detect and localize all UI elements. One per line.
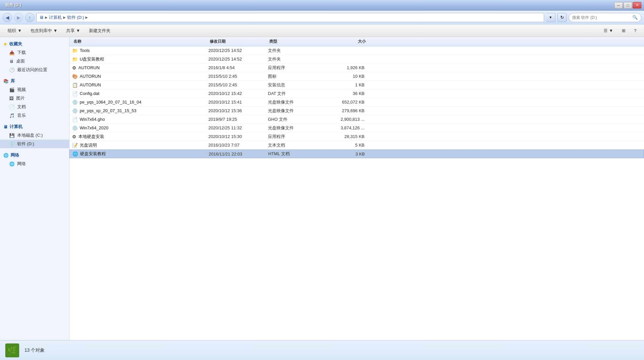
include-button[interactable]: 包含到库中 ▼ [27, 26, 61, 36]
titlebar-controls: ─ □ ✕ [614, 2, 641, 9]
forward-button[interactable]: ▶ [14, 13, 23, 22]
search-input[interactable] [572, 15, 631, 20]
library-header[interactable]: 📚 库 [0, 77, 69, 85]
col-name-header[interactable]: 名称 [71, 39, 210, 44]
file-type-cell: 光盘映像文件 [268, 99, 321, 105]
computer-header[interactable]: 🖥 计算机 [0, 122, 69, 131]
table-row[interactable]: 💿 Win7x64_2020 2020/12/25 11:32 光盘映像文件 3… [69, 124, 644, 132]
statusbar: 🌿 13 个对象 [0, 340, 644, 360]
table-row[interactable]: 🎨 AUTORUN 2015/5/10 2:45 图标 10 KB [69, 72, 644, 81]
sidebar-item-picture[interactable]: 🖼 图片 [0, 94, 69, 103]
path-drive[interactable]: 软件 (D:) [67, 15, 84, 21]
file-date-cell: 2020/10/12 15:30 [208, 134, 268, 139]
file-type-cell: 图标 [268, 73, 321, 79]
file-date-cell: 2016/10/23 7:07 [208, 143, 268, 148]
address-dropdown[interactable]: ▼ [546, 13, 555, 22]
table-row[interactable]: 📁 U盘安装教程 2020/12/25 14:52 文件夹 [69, 55, 644, 64]
file-name-cell: 📁 U盘安装教程 [69, 56, 208, 62]
refresh-button[interactable]: ↻ [557, 13, 567, 22]
toolbar: 组织 ▼ 包含到库中 ▼ 共享 ▼ 新建文件夹 ☰ ▼ ⊞ ? [0, 24, 644, 37]
table-row[interactable]: 💿 pe_yqs_1064_20_07_31_16_04 2020/10/12 … [69, 98, 644, 107]
table-row[interactable]: 📄 Win7x64.gho 2019/9/7 19:25 GHO 文件 2,90… [69, 115, 644, 124]
file-icon: 📄 [72, 117, 78, 122]
computer-section: 🖥 计算机 💾 本地磁盘 (C:) 💿 软件 (D:) [0, 122, 69, 148]
back-button[interactable]: ◀ [3, 13, 12, 22]
file-date-cell: 2016/11/21 22:03 [209, 152, 268, 157]
file-icon: ⚙ [72, 134, 76, 139]
status-icon-glyph: 🌿 [7, 346, 17, 355]
table-row[interactable]: 📋 AUTORUN 2015/5/10 2:45 安装信息 1 KB [69, 81, 644, 89]
file-type-cell: HTML 文档 [268, 151, 321, 157]
table-row[interactable]: ⚙ 本地硬盘安装 2020/10/12 15:30 应用程序 28,315 KB [69, 132, 644, 141]
view-button[interactable]: ☰ ▼ [600, 26, 617, 36]
sidebar-item-music[interactable]: 🎵 音乐 [0, 111, 69, 120]
file-name-cell: 💿 Win7x64_2020 [69, 125, 208, 131]
table-row[interactable]: 📄 Config.dat 2020/10/12 15:42 DAT 文件 36 … [69, 89, 644, 98]
status-icon: 🌿 [5, 343, 19, 357]
table-row[interactable]: 📁 Tools 2020/12/25 14:52 文件夹 [69, 46, 644, 55]
file-icon: 📁 [72, 57, 78, 62]
favorites-header[interactable]: ★ 收藏夹 [0, 40, 69, 48]
network-header[interactable]: 🌐 网络 [0, 151, 69, 159]
sidebar: ★ 收藏夹 📥 下载 🖥 桌面 🕐 最近访问的位置 📚 库 [0, 37, 69, 340]
organize-dropdown-icon: ▼ [18, 28, 22, 33]
file-size-cell: 36 KB [321, 91, 367, 96]
new-folder-button[interactable]: 新建文件夹 [85, 26, 114, 36]
sidebar-item-recent[interactable]: 🕐 最近访问的位置 [0, 66, 69, 74]
library-icon: 📚 [3, 79, 9, 84]
sidebar-item-cdrive[interactable]: 💾 本地磁盘 (C:) [0, 131, 69, 140]
sidebar-item-desktop[interactable]: 🖥 桌面 [0, 57, 69, 66]
organize-button[interactable]: 组织 ▼ [4, 26, 25, 36]
table-row[interactable]: ⚙ AUTORUN 2016/1/8 4:54 应用程序 1,926 KB [69, 64, 644, 72]
sidebar-item-ddrive[interactable]: 💿 软件 (D:) [0, 140, 69, 148]
path-computer[interactable]: 计算机 [49, 15, 62, 21]
file-name: Win7x64.gho [80, 117, 105, 122]
table-row[interactable]: 💿 pe_yqs_xp_20_07_31_15_53 2020/10/12 15… [69, 107, 644, 115]
file-size-cell: 3,874,126 ... [321, 125, 367, 130]
sidebar-item-video[interactable]: 🎬 视频 [0, 85, 69, 94]
file-size-cell: 1 KB [321, 82, 367, 87]
col-type-header[interactable]: 类型 [269, 39, 322, 44]
table-row[interactable]: 🌐 硬盘安装教程 2016/11/21 22:03 HTML 文档 3 KB [69, 150, 644, 158]
search-icon: 🔍 [632, 15, 638, 20]
file-icon: 📝 [72, 143, 78, 148]
file-icon: 📋 [72, 82, 78, 88]
file-name-cell: 📋 AUTORUN [69, 82, 208, 88]
help-button[interactable]: ? [630, 26, 640, 36]
file-name-cell: 📁 Tools [69, 48, 208, 53]
file-type-cell: 应用程序 [268, 134, 321, 140]
col-size-header[interactable]: 大小 [322, 39, 368, 44]
sidebar-item-download[interactable]: 📥 下载 [0, 48, 69, 57]
maximize-button[interactable]: □ [623, 2, 632, 9]
organize-label: 组织 [8, 28, 16, 34]
file-type-cell: 文件夹 [268, 56, 321, 62]
file-date-cell: 2015/5/10 2:45 [208, 82, 268, 87]
ddrive-icon: 💿 [9, 142, 15, 147]
sidebar-item-network[interactable]: 🌐 网络 [0, 159, 69, 168]
status-text: 13 个对象 [24, 347, 45, 353]
close-button[interactable]: ✕ [633, 2, 641, 9]
titlebar-title: 软件 (D:) [3, 2, 21, 8]
file-area: 名称 修改日期 类型 大小 📁 Tools 2020/12/25 14:52 文… [69, 37, 644, 340]
up-button[interactable]: ↑ [25, 13, 34, 22]
file-type-cell: DAT 文件 [268, 91, 321, 97]
details-button[interactable]: ⊞ [618, 26, 629, 36]
network-item-icon: 🌐 [9, 161, 15, 166]
table-row[interactable]: 📝 光盘说明 2016/10/23 7:07 文本文档 5 KB [69, 141, 644, 150]
share-button[interactable]: 共享 ▼ [63, 26, 84, 36]
search-box[interactable]: 🔍 [569, 13, 641, 22]
file-icon: 💿 [72, 108, 78, 113]
minimize-button[interactable]: ─ [614, 2, 623, 9]
share-dropdown-icon: ▼ [76, 28, 80, 33]
addressbar: ◀ ▶ ↑ 🖥 ▶ 计算机 ▶ 软件 (D:) ▶ ▼ ↻ 🔍 [0, 11, 644, 24]
col-date-header[interactable]: 修改日期 [210, 39, 269, 44]
view-dropdown-icon: ▼ [609, 28, 613, 33]
file-icon: 💿 [72, 100, 78, 105]
include-dropdown-icon: ▼ [53, 28, 58, 33]
file-size-cell: 652,072 KB [321, 100, 367, 105]
address-path: 🖥 ▶ 计算机 ▶ 软件 (D:) ▶ [36, 13, 544, 22]
new-folder-label: 新建文件夹 [89, 28, 110, 34]
sidebar-item-document[interactable]: 📄 文档 [0, 103, 69, 111]
favorites-header-label: 收藏夹 [9, 41, 22, 47]
file-name: Win7x64_2020 [80, 125, 108, 130]
